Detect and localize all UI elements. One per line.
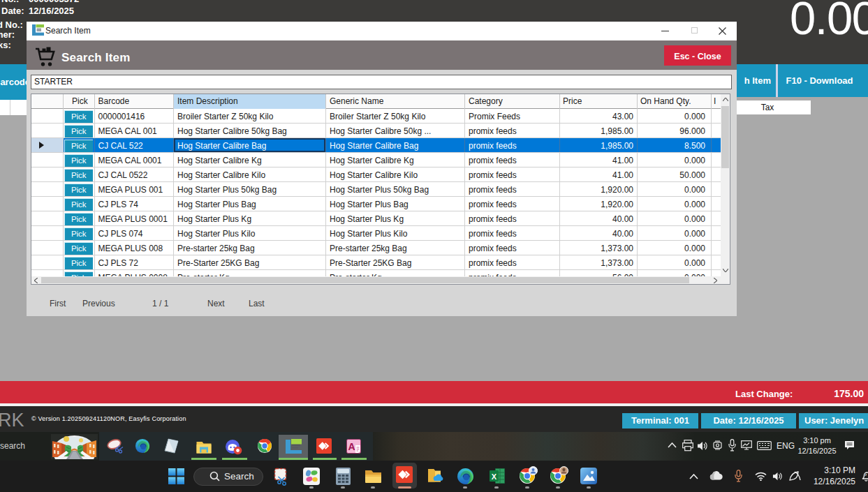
svg-text:z: z (865, 472, 867, 477)
svg-text:X: X (492, 472, 497, 481)
svg-text:A: A (348, 441, 355, 452)
